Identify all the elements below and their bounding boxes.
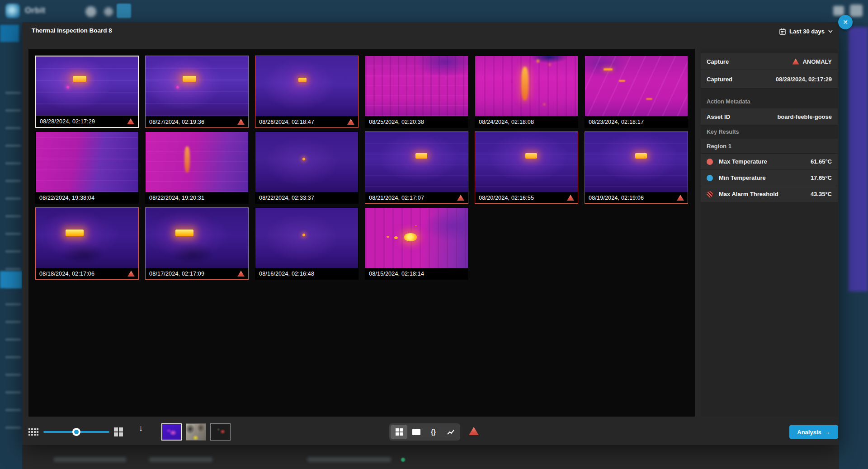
metric-row: Max Temperature61.65°C	[701, 154, 838, 170]
background-app-topbar: Orbit	[0, 0, 868, 22]
anomaly-triangle-icon	[677, 195, 684, 201]
capture-timestamp-bar: 08/24/2024, 02:18:08	[475, 116, 578, 127]
thermal-capture-tile[interactable]: 08/21/2024, 02:17:07	[365, 131, 468, 204]
thermal-capture-tile[interactable]: 08/22/2024, 19:38:04	[35, 131, 139, 204]
thermal-capture-tile[interactable]: 08/19/2024, 02:19:06	[585, 131, 688, 204]
thermal-image	[146, 132, 248, 192]
thumbnail-size-slider[interactable]	[43, 428, 109, 436]
thermal-image	[585, 56, 688, 116]
anomaly-triangle-icon	[127, 271, 135, 277]
thermal-image	[585, 132, 688, 192]
thermal-image	[146, 56, 248, 116]
thermal-capture-tile[interactable]: 08/22/2024, 02:33:37	[255, 131, 359, 204]
thermal-capture-tile[interactable]: 08/28/2024, 02:17:29	[35, 56, 139, 128]
metric-label: Max Temperature	[719, 158, 767, 165]
hotspot-glow	[184, 146, 190, 173]
trend-view-icon[interactable]	[442, 425, 459, 439]
single-view-icon[interactable]	[408, 425, 425, 439]
asset-id-label: Asset ID	[707, 113, 730, 120]
hotspot-glow	[66, 230, 84, 236]
thermal-capture-tile[interactable]: 08/15/2024, 02:18:14	[365, 207, 468, 280]
capture-timestamp: 08/22/2024, 19:38:04	[39, 195, 94, 201]
capture-timestamp-bar: 08/17/2024, 02:17:09	[146, 268, 248, 279]
sidebar-blurred-highlighted-item	[0, 271, 22, 288]
anomaly-triangle-icon	[792, 59, 799, 65]
topbar-blurred-icon	[85, 6, 96, 17]
thermal-capture-tile[interactable]: 08/23/2024, 02:18:17	[585, 56, 688, 128]
anomaly-triangle-icon	[567, 195, 574, 201]
hotspot-glow	[302, 158, 305, 160]
grid-density-large-icon	[114, 427, 123, 436]
thermal-image	[365, 56, 468, 116]
capture-gallery-grid: 08/28/2024, 02:17:2908/27/2024, 02:19:36…	[28, 49, 695, 417]
topbar-blurred-icon	[104, 7, 113, 16]
anomaly-triangle-icon	[237, 119, 245, 125]
thermal-capture-tile[interactable]: 08/16/2024, 02:16:48	[255, 207, 359, 280]
thermal-capture-tile[interactable]: 08/22/2024, 19:20:31	[145, 131, 249, 204]
capture-timestamp: 08/23/2024, 02:18:17	[589, 119, 644, 125]
close-button[interactable]: ✕	[838, 15, 853, 29]
min-temp-dot	[707, 175, 713, 181]
metric-row: Max Alarm Threshold43.35°C	[701, 186, 838, 202]
capture-timestamp: 08/15/2024, 02:18:14	[369, 271, 424, 277]
thermal-image	[475, 56, 578, 116]
blurred-table-text	[307, 457, 391, 462]
filmstrip-thumb-visible-photo[interactable]	[186, 423, 206, 441]
capture-timestamp-bar: 08/19/2024, 02:19:06	[585, 192, 688, 203]
slider-handle[interactable]	[72, 428, 80, 436]
capture-timestamp: 08/19/2024, 02:19:06	[589, 195, 644, 201]
capture-timestamp-bar: 08/18/2024, 02:17:06	[36, 268, 138, 279]
capture-timestamp: 08/22/2024, 02:33:37	[259, 195, 314, 201]
anomaly-filter-button[interactable]	[469, 427, 479, 435]
capture-timestamp: 08/28/2024, 02:17:29	[40, 118, 95, 125]
background-app-table	[22, 445, 839, 469]
json-view-icon[interactable]: {}	[425, 425, 442, 439]
filmstrip-thumb-dark-anomaly[interactable]	[210, 423, 231, 441]
hotspot-glow	[415, 153, 427, 159]
anomaly-triangle-icon	[347, 119, 354, 125]
date-range-filter[interactable]: Last 30 days	[779, 26, 833, 37]
grid-view-icon[interactable]	[391, 425, 407, 439]
capture-timestamp-bar: 08/22/2024, 19:20:31	[146, 192, 248, 203]
capture-timestamp-bar: 08/25/2024, 02:20:38	[365, 116, 468, 127]
anomaly-triangle-icon	[457, 195, 464, 201]
thermal-capture-tile[interactable]: 08/26/2024, 02:18:47	[255, 56, 359, 128]
thermal-capture-tile[interactable]: 08/25/2024, 02:20:38	[365, 56, 468, 128]
anomaly-triangle-icon	[127, 118, 134, 124]
thermal-image	[365, 208, 468, 268]
thermal-capture-tile[interactable]: 08/17/2024, 02:17:09	[145, 207, 249, 280]
capture-timestamp-bar: 08/22/2024, 02:33:37	[255, 192, 358, 203]
topbar-blurred-icon	[850, 5, 863, 17]
capture-timestamp-bar: 08/22/2024, 19:38:04	[36, 192, 138, 203]
thermal-capture-tile[interactable]: 08/20/2024, 02:16:55	[475, 131, 578, 204]
thermal-capture-tile[interactable]: 08/18/2024, 02:17:06	[35, 207, 139, 280]
thermal-image	[365, 132, 468, 192]
hotspot-glow	[73, 76, 86, 82]
hotspot-glow	[302, 234, 305, 236]
view-mode-switcher: {}	[389, 423, 460, 441]
capture-timestamp-bar: 08/28/2024, 02:17:29	[36, 116, 138, 127]
filmstrip-thumb-thermal-purple[interactable]	[161, 423, 182, 441]
metric-label: Min Temperature	[719, 174, 766, 181]
hotspot-glow	[604, 68, 613, 70]
download-button[interactable]: ↓	[139, 423, 143, 433]
metric-value: 43.35°C	[811, 191, 832, 197]
hotspot-glow	[298, 78, 307, 82]
app-logo-icon	[5, 4, 20, 18]
asset-id-value: board-feeble-goose	[777, 113, 832, 120]
chevron-down-icon	[828, 30, 833, 33]
background-app-right-edge	[839, 22, 868, 469]
analysis-button[interactable]: Analysis →	[789, 425, 838, 439]
max-alarm-dot	[707, 191, 713, 197]
thermal-capture-tile[interactable]: 08/27/2024, 02:19:36	[145, 56, 249, 128]
thermal-capture-tile[interactable]: 08/24/2024, 02:18:08	[475, 56, 578, 128]
thermal-image	[475, 132, 578, 192]
app-wordmark: Orbit	[25, 6, 46, 15]
capture-details-panel: Capture ANOMALY Captured 08/28/2024, 02:…	[701, 49, 838, 417]
capture-timestamp-bar: 08/23/2024, 02:18:17	[585, 116, 688, 127]
capture-timestamp: 08/26/2024, 02:18:47	[259, 119, 314, 125]
hotspot-glow	[521, 67, 528, 100]
max-temp-dot	[707, 159, 713, 165]
anomaly-triangle-icon	[237, 271, 245, 277]
capture-timestamp: 08/20/2024, 02:16:55	[479, 195, 534, 201]
